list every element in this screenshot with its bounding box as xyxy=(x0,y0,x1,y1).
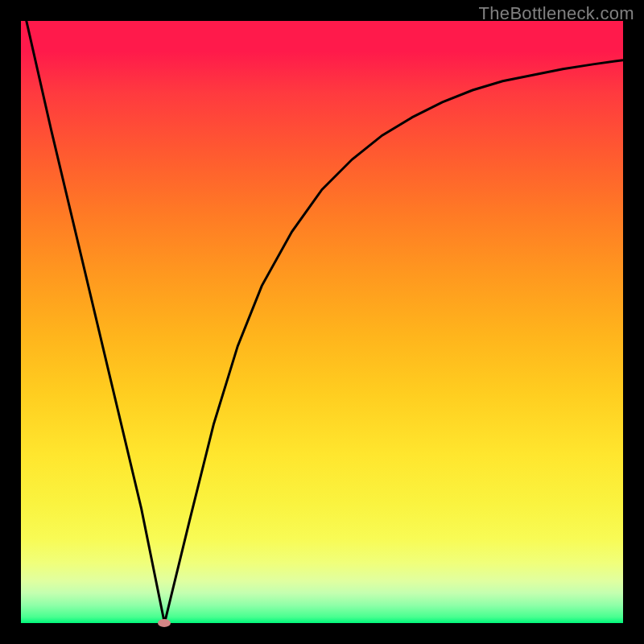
plot-gradient-area xyxy=(21,21,623,623)
chart-frame: TheBottleneck.com xyxy=(0,0,644,644)
min-point-marker xyxy=(158,619,171,627)
watermark-text: TheBottleneck.com xyxy=(479,3,634,24)
